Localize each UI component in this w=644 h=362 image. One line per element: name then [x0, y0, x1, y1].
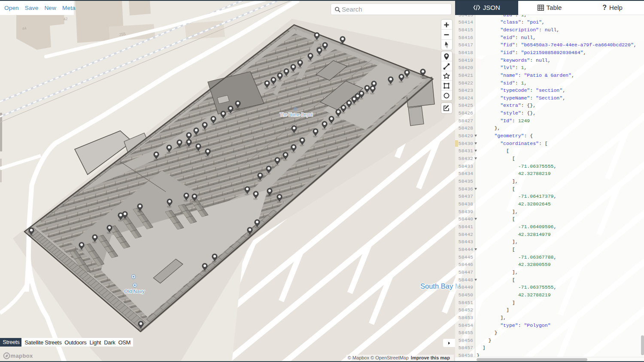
svg-text:255: 255 — [119, 32, 126, 37]
svg-text:42: 42 — [63, 17, 68, 21]
svg-text:44: 44 — [22, 26, 27, 31]
svg-text:Old Navy: Old Navy — [124, 289, 145, 294]
svg-text:mapbox: mapbox — [11, 353, 33, 359]
svg-text:The Home Depot: The Home Depot — [280, 112, 313, 117]
